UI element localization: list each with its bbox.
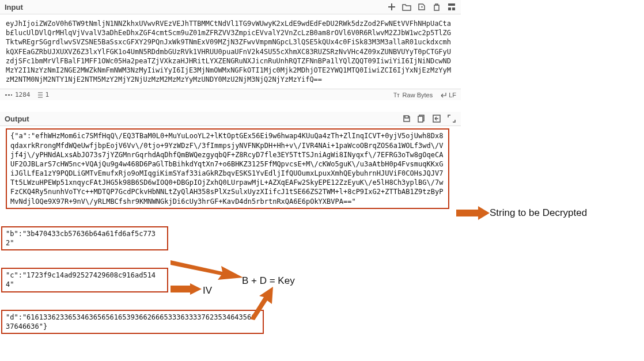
arrow-d-to-key	[248, 287, 282, 321]
input-textarea[interactable]: eyJhIjoiZWZoV0h6TW9tNmljN1NNZkhxUVwvRVEz…	[0, 14, 461, 89]
svg-marker-7	[456, 206, 490, 220]
eol-label: LF	[449, 92, 456, 98]
char-encoding-button[interactable]: Tт Raw Bytes	[393, 92, 433, 98]
svg-rect-0	[448, 3, 455, 6]
arrow-b-to-key	[171, 258, 245, 281]
replace-input-icon[interactable]	[432, 114, 441, 123]
output-field-c[interactable]: "c":"1723f9c14ad92527429608c916ad5144"	[1, 268, 168, 292]
annotation-key: B + D = Key	[242, 275, 295, 287]
arrow-c-to-iv	[171, 283, 203, 295]
save-output-icon[interactable]	[402, 114, 411, 123]
annotation-decrypt: String to be Decrypted	[490, 207, 587, 219]
input-status-bar: 1284 1 Tт Raw Bytes LF	[0, 89, 461, 100]
output-field-b[interactable]: "b":"3b470433cb57636b64a61fd6af5c7732"	[1, 226, 168, 250]
output-toolbar	[402, 114, 456, 123]
input-panel-header: Input	[0, 0, 461, 14]
svg-text:Tт: Tт	[393, 92, 400, 98]
maximise-output-icon[interactable]	[447, 114, 456, 123]
eol-button[interactable]: LF	[440, 92, 456, 98]
arrow-a-to-decrypt	[456, 206, 491, 220]
length-indicator: 1284	[5, 91, 31, 98]
svg-rect-5	[418, 116, 423, 122]
svg-marker-8	[171, 260, 243, 280]
copy-output-icon[interactable]	[417, 114, 426, 123]
open-folder-icon[interactable]	[402, 2, 411, 12]
add-input-icon[interactable]	[387, 2, 396, 12]
lines-value: 1	[46, 91, 50, 98]
output-field-d[interactable]: "d":"61613362336534636565616539366266653…	[1, 310, 264, 334]
annotation-iv: IV	[203, 285, 212, 297]
svg-marker-10	[250, 287, 273, 320]
input-options-icon[interactable]	[447, 2, 456, 12]
length-value: 1284	[15, 91, 31, 98]
svg-rect-2	[452, 7, 455, 10]
output-title: Output	[5, 115, 29, 123]
clear-input-icon[interactable]	[432, 2, 441, 12]
svg-rect-1	[448, 7, 451, 10]
char-encoding-label: Raw Bytes	[403, 92, 433, 98]
input-toolbar	[387, 2, 456, 12]
open-file-icon[interactable]	[417, 2, 426, 12]
lines-indicator: 1	[37, 91, 50, 98]
output-field-a[interactable]: {"a":"efhWHzMom6ic7SMfHqQ\/EQ3TBaM0L0+Mu…	[6, 128, 449, 209]
svg-marker-9	[171, 283, 202, 295]
cyberchef-tool: Input eyJhIjoiZWZoV0h6TW9tNmljN1NNZkhxUV…	[0, 0, 461, 209]
output-panel-header: Output	[0, 112, 461, 126]
input-title: Input	[5, 3, 23, 12]
